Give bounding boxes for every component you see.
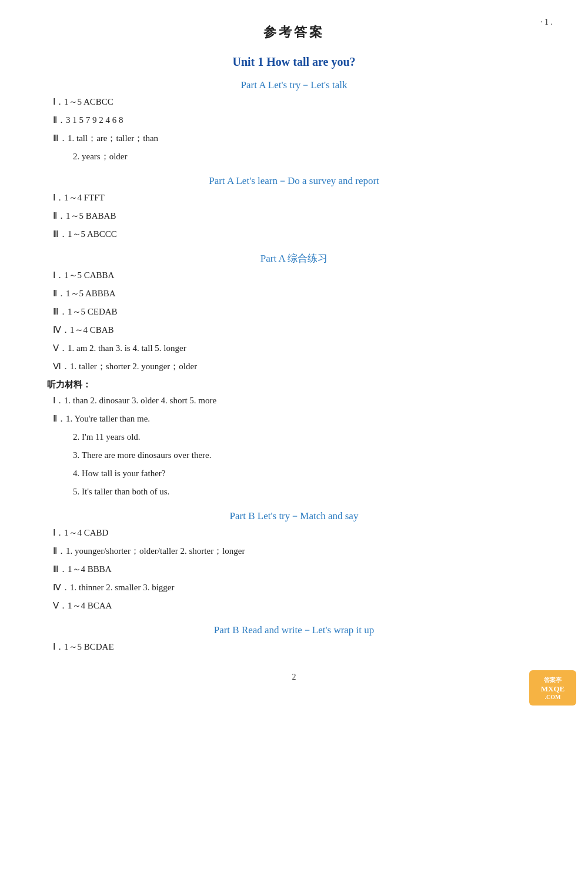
part-title-23: Part B Let's try－Match and say [47, 509, 541, 523]
answer-line-27: Ⅳ．1. thinner 2. smaller 3. bigger [53, 580, 541, 596]
answer-line-7: Ⅱ．1～5 BABAB [53, 208, 541, 224]
answer-line-8: Ⅲ．1～5 ABCCC [53, 226, 541, 242]
answer-line-12: Ⅲ．1～5 CEDAB [53, 304, 541, 320]
unit-title: Unit 1 How tall are you? [47, 55, 541, 69]
part-title-9: Part A 综合练习 [47, 252, 541, 265]
watermark-top: 答案亭 [544, 676, 562, 684]
answer-line-3: Ⅲ．1. tall；are；taller；than [53, 131, 541, 146]
answer-line-13: Ⅳ．1～4 CBAB [53, 322, 541, 338]
part-title-0: Part A Let's try－Let's talk [47, 78, 541, 92]
answer-line-14: Ⅴ．1. am 2. than 3. is 4. tall 5. longer [53, 340, 541, 356]
answer-line-24: Ⅰ．1～4 CABD [53, 525, 541, 541]
main-title: 参考答案 [47, 24, 541, 41]
answer-line-26: Ⅲ．1～4 BBBA [53, 561, 541, 577]
answer-line-10: Ⅰ．1～5 CABBA [53, 268, 541, 283]
answer-line-30: Ⅰ．1～5 BCDAE [53, 639, 541, 655]
part-title-29: Part B Read and write－Let's wrap it up [47, 623, 541, 637]
answer-line-25: Ⅱ．1. younger/shorter；older/taller 2. sho… [53, 543, 541, 559]
answer-line-19: 2. I'm 11 years old. [73, 429, 541, 445]
page-container: · 1 . 参考答案 Unit 1 How tall are you? Part… [0, 0, 588, 717]
page-number-top: · 1 . [540, 18, 553, 27]
answer-line-20: 3. There are more dinosaurs over there. [73, 447, 541, 463]
watermark-mid: MXQE [541, 684, 564, 694]
answer-line-1: Ⅰ．1～5 ACBCC [53, 94, 541, 110]
page-number-bottom: 2 [47, 673, 541, 682]
answer-line-22: 5. It's taller than both of us. [73, 484, 541, 500]
answer-line-4: 2. years；older [73, 149, 541, 165]
answer-line-6: Ⅰ．1～4 FTFT [53, 190, 541, 206]
watermark: 答案亭 MXQE .COM [529, 670, 576, 706]
part-title-5: Part A Let's learn－Do a survey and repor… [47, 174, 541, 188]
answer-line-2: Ⅱ．3 1 5 7 9 2 4 6 8 [53, 112, 541, 128]
answer-line-15: Ⅵ．1. taller；shorter 2. younger；older [53, 359, 541, 375]
answer-line-21: 4. How tall is your father? [73, 466, 541, 482]
listening-title: 听力材料： [47, 379, 541, 390]
sections-container: Part A Let's try－Let's talkⅠ．1～5 ACBCCⅡ．… [47, 78, 541, 655]
answer-line-11: Ⅱ．1～5 ABBBA [53, 286, 541, 302]
answer-line-28: Ⅴ．1～4 BCAA [53, 598, 541, 614]
answer-line-18: Ⅱ．1. You're taller than me. [53, 411, 541, 427]
watermark-bot: .COM [545, 694, 561, 700]
answer-line-17: Ⅰ．1. than 2. dinosaur 3. older 4. short … [53, 393, 541, 409]
